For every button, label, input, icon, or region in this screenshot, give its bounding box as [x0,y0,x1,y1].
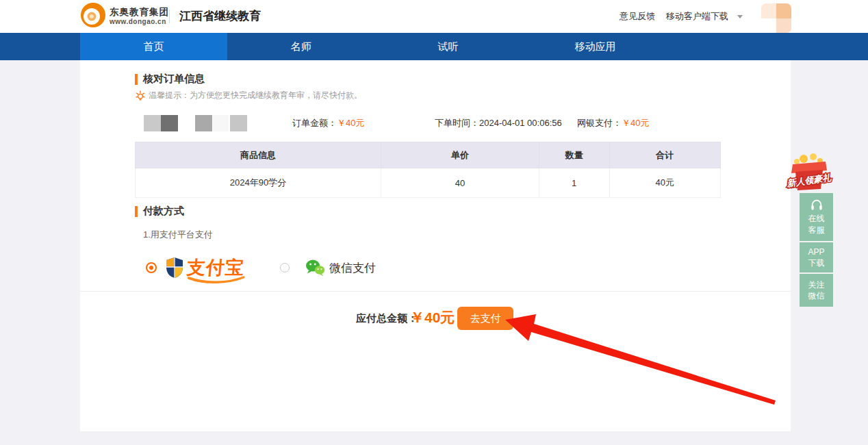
redacted-box [161,115,178,131]
payment-section-title: 付款方式 [135,205,184,218]
headset-icon [809,199,824,211]
top-header: 东奥教育集团 www.dongao.cn 江西省继续教育 意见反馈 移动客户端下… [0,0,868,33]
alipay-shield-icon [165,257,184,279]
wechat-label: 微信支付 [329,260,376,276]
alipay-option[interactable]: 支付宝 [165,255,244,280]
app-download-line1: APP [808,246,824,257]
app-download-line2: 下载 [808,257,825,268]
bank-pay-label: 网银支付： [577,118,622,128]
order-time-label: 下单时间： [435,118,479,128]
mobile-download-link[interactable]: 移动客户端下载 [666,0,728,33]
tab-home[interactable]: 首页 [80,33,227,60]
tab-trial[interactable]: 试听 [374,33,522,60]
follow-wechat-widget[interactable]: 关注 微信 [800,274,833,307]
lightbulb-icon [135,90,146,101]
avatar-part [761,18,776,33]
order-section-title-text: 核对订单信息 [143,73,205,86]
alipay-label: 支付宝 [186,257,246,278]
section-bar [135,206,138,217]
table-row: 2024年90学分 40 1 40元 [136,168,721,198]
redacted-box [195,115,212,131]
alipay-swoosh [187,276,245,284]
cell-total: 40元 [609,168,720,198]
tab-mobile-app[interactable]: 移动应用 [522,33,669,60]
cell-price: 40 [381,168,539,198]
col-total: 合计 [609,142,720,168]
redacted-box [213,115,229,131]
bank-pay: 网银支付：￥40元 [577,114,649,133]
floating-sidebar: 在线 客服 APP 下载 关注 微信 [800,193,833,308]
order-amount: 订单金额：￥40元 [292,114,364,133]
order-time-value: 2024-04-01 00:06:56 [479,118,562,128]
order-card: 核对订单信息 温馨提示：为方便您更快完成继续教育年审，请尽快付款。 订单金额：￥… [80,60,791,431]
total-value: ￥40元 [410,308,455,327]
wechat-icon [305,259,325,277]
app-download-widget[interactable]: APP 下载 [800,242,833,272]
site-title: 江西省继续教育 [179,0,261,33]
col-product: 商品信息 [136,142,381,168]
avatar-part [776,18,791,33]
dongao-logo[interactable]: 东奥教育集团 www.dongao.cn [80,3,169,29]
chevron-down-icon[interactable] [737,15,743,18]
avatar-part [776,3,791,18]
alipay-logo-text: 支付宝 [186,255,245,280]
horizontal-divider [80,291,791,292]
order-amount-label: 订单金额： [292,118,337,128]
avatar[interactable] [761,3,791,33]
bank-pay-value: ￥40元 [622,118,649,128]
online-service-line2: 客服 [808,225,825,236]
new-user-gift-badge[interactable]: 新人领豪礼 [784,152,834,193]
feedback-link[interactable]: 意见反馈 [620,0,655,33]
section-bar [135,74,138,85]
table-header-row: 商品信息 单价 数量 合计 [136,142,721,168]
order-time: 下单时间：2024-04-01 00:06:56 [435,114,562,133]
cell-product: 2024年90学分 [136,168,381,198]
total-row: 应付总金额： ￥40元 去支付 [80,307,791,334]
avatar-part [761,3,776,18]
pay-button[interactable]: 去支付 [457,307,513,330]
header-divider [169,10,170,23]
order-section-title: 核对订单信息 [135,73,205,86]
wechat-option[interactable]: 微信支付 [280,259,376,277]
product-table: 商品信息 单价 数量 合计 2024年90学分 40 1 40元 [135,142,721,198]
total-label: 应付总金额： [356,312,418,325]
payment-options: 支付宝 微信支付 [146,253,376,282]
online-service-line1: 在线 [808,213,825,224]
main-navbar: 首页 名师 试听 移动应用 [0,33,868,60]
follow-wechat-line1: 关注 [808,279,825,290]
col-quantity: 数量 [539,142,609,168]
payment-section-title-text: 付款方式 [143,205,184,218]
tip-text: 温馨提示：为方便您更快完成继续教育年审，请尽快付款。 [149,90,362,101]
payment-group-label: 1.用支付平台支付 [143,229,213,241]
tab-teachers[interactable]: 名师 [227,33,374,60]
online-service-widget[interactable]: 在线 客服 [800,193,833,241]
dongao-logo-icon [80,2,106,31]
wechat-radio[interactable] [280,263,290,272]
tip-row: 温馨提示：为方便您更快完成继续教育年审，请尽快付款。 [135,90,362,101]
col-price: 单价 [381,142,539,168]
logo-url: www.dongao.cn [110,18,169,25]
alipay-radio[interactable] [146,262,157,273]
order-amount-value: ￥40元 [337,118,364,128]
follow-wechat-line2: 微信 [808,290,825,301]
cell-quantity: 1 [539,168,609,198]
redacted-box [144,115,161,131]
redacted-box [230,115,247,131]
logo-title: 东奥教育集团 [110,8,169,18]
